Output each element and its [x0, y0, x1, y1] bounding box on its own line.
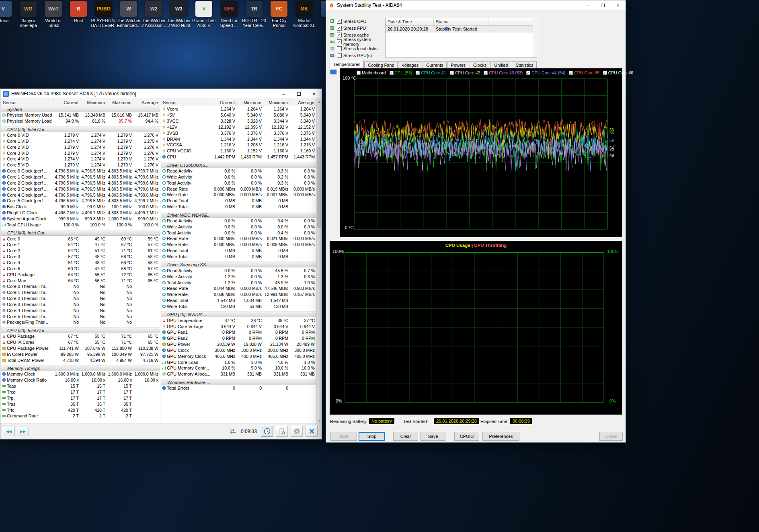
tab-voltages[interactable]: Voltages — [398, 61, 422, 69]
save-button[interactable]: Save — [421, 432, 445, 441]
sensor-row[interactable]: Total CPU Usage100.0 %100.0 %100.0 %100.… — [1, 222, 160, 228]
sensor-row[interactable]: +5V5.040 V5.040 V5.080 V5.040 V — [161, 112, 316, 118]
clear-button[interactable]: Clear — [393, 432, 418, 441]
column-header-maximum[interactable]: Maximum — [107, 99, 133, 106]
minimize-icon[interactable]: – — [276, 89, 291, 99]
sensor-row[interactable]: Write Total0 MB0 MB0 MB — [161, 254, 316, 260]
sensor-row[interactable]: CPU IA Cores67 °C55 °C71 °C65 °C — [1, 339, 160, 345]
sensor-row[interactable]: Ring/LLC Clock4,496.7 MHz4,496.7 MHz4,50… — [1, 210, 160, 216]
sensor-row[interactable]: Core 1 VID1.274 V1.274 V1.279 V1.275 V — [1, 138, 160, 144]
sensor-row[interactable]: CPU1,442 RPM1,433 RPM1,457 RPM1,443 RPM — [161, 154, 316, 160]
log-row[interactable]: 26.01.2020 20:29:28Stability Test: Start… — [386, 26, 537, 33]
desktop-icon[interactable]: FCFar Cry Primal — [267, 1, 291, 28]
log-scrollbar[interactable] — [533, 18, 537, 58]
sensor-row[interactable]: Tcas15 T15 T15 T — [1, 383, 160, 389]
log-column-header[interactable]: Date & Time — [386, 18, 434, 25]
sensor-row[interactable]: Read Activity0.0 %0.0 %0.4 %0.0 % — [161, 218, 316, 224]
desktop-icon[interactable]: TRROTTR - 20 Year Cele... — [242, 1, 267, 28]
stress-option[interactable]: ✓Stress system memory — [330, 38, 386, 45]
sensor-row[interactable]: GPU Power20.539 W19.828 W21.134 W20.489 … — [161, 341, 316, 347]
sensor-row[interactable]: Write Activity0.0 %0.0 %0.2 %0.0 % — [161, 174, 316, 180]
sensor-row[interactable]: Trp17 T17 T17 T — [1, 395, 160, 401]
sensor-row[interactable]: GPU Fan10 RPM0 RPM0 RPM0 RPM — [161, 329, 316, 335]
desktop-icon[interactable]: WGЗапуск лончера — [16, 1, 41, 28]
sensor-row[interactable]: Core 0 Thermal Thr...NoNoNo — [1, 283, 160, 290]
sensor-row[interactable]: Core 063 °C49 °C69 °C59 °C — [1, 236, 160, 242]
sensor-row[interactable]: Trfc420 T420 T420 T — [1, 407, 160, 413]
stop-button[interactable]: Stop — [359, 432, 385, 441]
sensor-row[interactable]: Write Total130 MB53 MB130 MB — [161, 303, 316, 309]
log-column-header[interactable]: Status — [434, 18, 488, 25]
sensor-row[interactable]: CPU Package64 °C55 °C72 °C65 °C — [1, 271, 160, 277]
sensor-row[interactable]: Core 2 Thermal Thr...NoNoNo — [1, 296, 160, 302]
desktop-icon[interactable]: W2The Witcher 2 Assassin... — [141, 1, 166, 28]
sensor-row[interactable]: Core 4 Clock (perf ...4,796.5 MHz4,796.5… — [1, 192, 160, 198]
sensor-row[interactable]: Core 3 VID1.279 V1.274 V1.279 V1.276 V — [1, 150, 160, 156]
sensor-row[interactable]: Total Activity1.2 %0.0 %45.9 %1.0 % — [161, 279, 316, 286]
desktop-icon[interactable]: WoTWorld of Tanks — [41, 1, 66, 28]
next-page-button[interactable]: ▶▶ — [17, 427, 29, 436]
legend-checkbox[interactable]: ✓ — [526, 71, 530, 75]
column-header-average[interactable]: Average — [290, 99, 316, 106]
sensor-row[interactable]: Core 3 Thermal Thr...NoNoNo — [1, 301, 160, 307]
sensor-row[interactable]: Physical Memory Load94.0 %81.8 %95.7 %94… — [1, 118, 160, 124]
sensor-row[interactable]: CPU Package Power111.741 W107.846 W112.8… — [1, 345, 160, 351]
sensor-row[interactable]: Core 0 VID1.279 V1.274 V1.279 V1.276 V — [1, 132, 160, 138]
sensor-row[interactable]: Write Activity1.2 %0.0 %1.3 %0.3 % — [161, 273, 316, 279]
aida64-titlebar[interactable]: System Stability Test - AIDA64 – × — [326, 0, 626, 10]
sensor-row[interactable]: DRAM1.344 V1.344 V1.344 V1.344 V — [161, 136, 316, 142]
stress-checkbox[interactable] — [337, 53, 342, 58]
settings-gear-icon[interactable] — [291, 426, 303, 437]
sensor-row[interactable]: Core Max64 °C56 °C71 °C65 °C — [1, 277, 160, 283]
column-header-sensor[interactable]: Sensor — [161, 99, 210, 106]
close-icon[interactable]: × — [610, 0, 626, 10]
tab-unified[interactable]: Unified — [490, 61, 511, 69]
stress-checkbox[interactable]: ✓ — [337, 39, 342, 44]
sensor-row[interactable]: Core 560 °C47 °C68 °C57 °C — [1, 265, 160, 271]
sensor-row[interactable]: 3VCC3.328 V3.328 V3.344 V3.340 V — [161, 118, 316, 124]
preferences-button[interactable]: Preferences — [482, 432, 519, 441]
stress-option[interactable]: ✓Stress CPU — [330, 18, 386, 25]
vertical-scrollbar[interactable]: ▲ ▼ — [316, 99, 322, 423]
sensor-row[interactable]: VCCSA1.216 V1.208 V1.216 V1.216 V — [161, 142, 316, 148]
sensor-row[interactable]: Write Rate0.000 MB/s0.000 MB/s0.007 MB/s… — [161, 192, 316, 198]
sensor-row[interactable]: GPU Memory Clock405.0 MHz405.0 MHz405.0 … — [161, 353, 316, 359]
tab-clocks[interactable]: Clocks — [470, 61, 490, 69]
stress-checkbox[interactable] — [337, 46, 342, 51]
sensor-row[interactable]: Total Errors000 — [161, 385, 316, 391]
report-button[interactable] — [276, 426, 288, 437]
column-header-average[interactable]: Average — [133, 99, 160, 106]
sensor-row[interactable]: Bus Clock99.9 MHz99.9 MHz100.1 MHz100.0 … — [1, 204, 160, 210]
desktop-icon[interactable]: NFSNeed for Speed ... — [217, 1, 242, 28]
sensor-row[interactable]: Write Activity0.0 %0.0 %0.0 %0.0 % — [161, 224, 316, 230]
sensor-row[interactable]: Trcd17 T17 T17 T — [1, 389, 160, 395]
legend-checkbox[interactable]: ✓ — [416, 71, 420, 75]
maximize-icon[interactable] — [595, 0, 610, 10]
desktop-icon[interactable]: RRust — [66, 1, 91, 23]
sensor-row[interactable]: Core 1 Thermal Thr...NoNoNo — [1, 290, 160, 296]
exit-button[interactable] — [306, 426, 318, 437]
legend-checkbox[interactable]: ✓ — [390, 71, 394, 75]
graph-indicator[interactable] — [330, 70, 336, 74]
scrollbar-thumb[interactable] — [317, 147, 321, 228]
legend-item[interactable]: ✓CPU Core #4 (54) — [526, 70, 565, 75]
sensor-row[interactable]: Write Rate0.036 MB/s0.000 MB/s12.991 MB/… — [161, 292, 316, 298]
stress-checkbox[interactable]: ✓ — [337, 33, 342, 37]
sensor-row[interactable]: Write Total0 MB0 MB0 MB — [161, 204, 316, 210]
legend-item[interactable]: ✓CPU Core #5 — [569, 70, 599, 75]
clock-button[interactable] — [261, 426, 273, 437]
sensor-row[interactable]: Total DRAM Power4.718 W4.394 W4.954 W4.7… — [1, 357, 160, 363]
sensor-row[interactable]: GPU Fan20 RPM0 RPM0 RPM0 RPM — [161, 335, 316, 341]
sensor-row[interactable]: Core 5 Thermal Thr...NoNoNo — [1, 313, 160, 319]
legend-checkbox[interactable] — [357, 71, 361, 75]
legend-checkbox[interactable]: ✓ — [603, 71, 607, 75]
sensor-row[interactable]: Read Activity0.0 %0.0 %45.5 %0.7 % — [161, 267, 316, 273]
sensor-row[interactable]: GPU Core Load1.0 %1.0 %4.0 %1.0 % — [161, 359, 316, 365]
legend-item[interactable]: ✓CPU Core #6 — [603, 70, 633, 75]
sensor-row[interactable]: Vcore1.264 V1.264 V1.264 V1.264 V — [161, 106, 316, 112]
previous-page-button[interactable]: ◀◀ — [3, 427, 15, 436]
sensor-row[interactable]: GPU Clock300.0 MHz300.0 MHz300.0 MHz300.… — [161, 347, 316, 353]
desktop-icon[interactable]: VGrand Theft Auto V — [191, 1, 216, 28]
desktop-icon[interactable]: Vctoria — [0, 1, 16, 23]
column-header-minimum[interactable]: Minimum — [237, 99, 263, 106]
